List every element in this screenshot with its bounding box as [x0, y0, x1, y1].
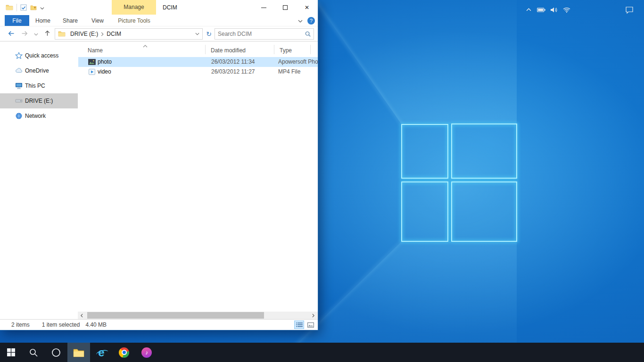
file-row-photo[interactable]: photo 26/03/2012 11:34 Apowersoft Pho: [78, 57, 318, 67]
tab-picture-tools[interactable]: Picture Tools: [112, 15, 157, 26]
video-file-icon: [88, 68, 96, 75]
sidebar-item-label: Network: [25, 113, 46, 119]
system-tray: [524, 0, 571, 19]
battery-icon[interactable]: [537, 0, 545, 19]
refresh-button[interactable]: [204, 28, 214, 40]
ribbon-context-group-manage[interactable]: Manage: [112, 0, 156, 15]
status-bar: 2 items 1 item selected 4.40 MB: [0, 319, 318, 330]
up-button[interactable]: [44, 30, 51, 38]
tray-chevron-up-icon[interactable]: [524, 0, 533, 19]
sidebar-item-quick-access[interactable]: Quick access: [0, 48, 78, 63]
file-type: Apowersoft Pho: [278, 58, 318, 65]
action-center-button[interactable]: [622, 0, 636, 19]
details-view-button[interactable]: [294, 321, 304, 329]
navigation-pane: Quick access OneDrive This PC DRIVE (E:): [0, 41, 78, 312]
search-input[interactable]: [215, 31, 302, 37]
properties-icon[interactable]: [20, 4, 27, 11]
customize-toolbar-chevron-icon[interactable]: [40, 4, 47, 11]
column-divider[interactable]: [274, 45, 274, 54]
large-icons-view-button[interactable]: [305, 321, 315, 329]
taskbar-internet-explorer-button[interactable]: e: [90, 343, 113, 362]
expand-ribbon-chevron-icon[interactable]: [298, 17, 303, 24]
address-box[interactable]: DRIVE (E:) DCIM: [55, 28, 203, 40]
search-box: [215, 28, 314, 40]
horizontal-scrollbar[interactable]: [78, 312, 318, 319]
recent-locations-chevron-icon[interactable]: [34, 31, 38, 37]
file-name: video: [98, 68, 111, 75]
taskbar-itunes-button[interactable]: [135, 343, 158, 362]
search-icon: [29, 348, 38, 357]
sidebar-item-label: DRIVE (E:): [25, 98, 53, 104]
caption-buttons: [253, 0, 318, 15]
items-count: 2 items: [11, 321, 30, 328]
file-explorer-icon: [73, 348, 84, 357]
view-toggle-buttons: [294, 321, 315, 329]
toolbar-separator: [17, 4, 17, 11]
network-wifi-icon[interactable]: [562, 0, 571, 19]
sort-ascending-icon[interactable]: [143, 42, 148, 49]
sidebar-item-network[interactable]: Network: [0, 108, 78, 123]
chrome-icon: [119, 347, 129, 358]
start-button[interactable]: [0, 343, 22, 362]
quick-access-toolbar: [6, 0, 47, 15]
taskbar: e: [0, 343, 644, 362]
explorer-folder-icon[interactable]: [6, 4, 13, 11]
tab-share[interactable]: Share: [57, 15, 84, 26]
close-button[interactable]: [296, 0, 318, 15]
file-explorer-window: Manage DCIM File Home Share View Picture…: [0, 0, 318, 330]
photo-file-icon: [88, 58, 96, 66]
ribbon-right-controls: ?: [298, 15, 315, 26]
sidebar-item-drive-e[interactable]: DRIVE (E:): [0, 93, 78, 108]
scroll-right-arrow-icon[interactable]: [309, 312, 317, 319]
sidebar-item-label: Quick access: [25, 52, 58, 59]
column-header-name[interactable]: Name: [88, 47, 103, 54]
new-folder-icon[interactable]: [30, 4, 37, 11]
cloud-icon: [15, 67, 23, 74]
column-divider[interactable]: [205, 45, 206, 54]
breadcrumb-folder[interactable]: DCIM: [104, 31, 124, 37]
star-icon: [15, 52, 23, 59]
search-icon[interactable]: [302, 31, 314, 37]
selection-count: 1 item selected: [42, 321, 80, 328]
back-button[interactable]: [8, 30, 15, 39]
taskbar-search-button[interactable]: [22, 343, 45, 362]
title-bar[interactable]: Manage DCIM: [0, 0, 318, 15]
file-name: photo: [98, 58, 112, 65]
sidebar-item-onedrive[interactable]: OneDrive: [0, 63, 78, 78]
forward-button[interactable]: [21, 30, 28, 39]
address-dropdown-chevron-icon[interactable]: [192, 33, 202, 35]
file-type: MP4 File: [278, 68, 318, 75]
tab-file[interactable]: File: [5, 15, 29, 26]
window-title: DCIM: [163, 0, 177, 15]
sidebar-item-label: This PC: [25, 82, 45, 89]
sidebar-item-label: OneDrive: [25, 67, 49, 74]
minimize-button[interactable]: [253, 0, 274, 15]
maximize-icon: [283, 5, 288, 10]
column-divider[interactable]: [310, 45, 311, 54]
drive-icon: [15, 97, 23, 105]
breadcrumb-drive[interactable]: DRIVE (E:): [67, 31, 101, 37]
sidebar-item-this-pc[interactable]: This PC: [0, 78, 78, 93]
ribbon-tab-strip: File Home Share View Picture Tools: [0, 15, 318, 26]
column-headers: Name Date modified Type: [78, 41, 318, 57]
screen: Manage DCIM File Home Share View Picture…: [0, 0, 644, 362]
cortana-circle-icon: [51, 348, 61, 357]
speaker-icon[interactable]: [550, 0, 558, 19]
cortana-button[interactable]: [45, 343, 67, 362]
taskbar-file-explorer-button[interactable]: [67, 343, 90, 362]
tab-home[interactable]: Home: [29, 15, 57, 26]
tab-view[interactable]: View: [84, 15, 111, 26]
selection-size: 4.40 MB: [85, 321, 107, 328]
scroll-left-arrow-icon[interactable]: [78, 312, 86, 319]
column-header-date-modified[interactable]: Date modified: [211, 47, 246, 54]
file-list-pane: Name Date modified Type photo 26/03/2012…: [78, 41, 318, 312]
file-date-modified: 26/03/2012 11:34: [211, 58, 255, 65]
scrollbar-thumb[interactable]: [87, 312, 264, 319]
maximize-button[interactable]: [274, 0, 296, 15]
file-row-video[interactable]: video 26/03/2012 11:27 MP4 File: [78, 67, 318, 77]
taskbar-chrome-button[interactable]: [113, 343, 135, 362]
help-button[interactable]: ?: [307, 17, 315, 25]
navigation-buttons: [8, 26, 51, 41]
close-icon: [305, 4, 309, 11]
column-header-type[interactable]: Type: [280, 47, 292, 54]
